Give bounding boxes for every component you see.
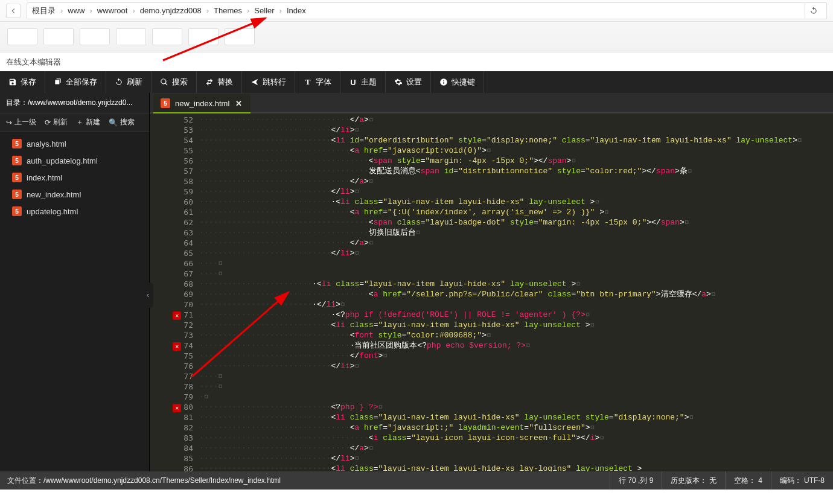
status-history[interactable]: 历史版本：无 <box>662 471 725 490</box>
info-icon <box>439 78 448 86</box>
secondary-toolbar <box>0 22 833 52</box>
editor-tabs: 5 new_index.html ✕ <box>150 93 833 113</box>
code-area[interactable]: 52535455565758596061626364656667686970✕7… <box>150 113 833 471</box>
breadcrumb-seg-blur[interactable]: demo.ynjdzzd008 <box>140 6 202 15</box>
ghost-button[interactable] <box>80 28 110 45</box>
search-button[interactable]: 搜索 <box>152 71 197 93</box>
status-encoding[interactable]: 编码：UTF-8 <box>771 471 833 490</box>
save-icon <box>8 78 17 86</box>
refresh-icon <box>115 78 123 86</box>
editor-main: 目录：/www/wwwroot/demo.ynjdzzd0... ↪上一级 ⟳刷… <box>0 93 833 471</box>
back-button[interactable] <box>6 4 21 18</box>
file-item[interactable]: 5new_index.html <box>0 186 149 203</box>
html5-icon: 5 <box>12 173 22 182</box>
html5-icon: 5 <box>12 139 22 148</box>
goto-line-button[interactable]: 跳转行 <box>242 71 295 93</box>
file-list: 5analys.html 5auth_updatelog.html 5index… <box>0 132 149 223</box>
editor-pane: 5 new_index.html ✕ 525354555657585960616… <box>150 93 833 471</box>
sidebar-tools: ↪上一级 ⟳刷新 ＋新建 🔍搜索 <box>0 113 149 132</box>
file-sidebar: 目录：/www/wwwroot/demo.ynjdzzd0... ↪上一级 ⟳刷… <box>0 93 150 471</box>
breadcrumb-refresh-button[interactable] <box>805 2 822 19</box>
breadcrumb: 根目录 › www › wwwroot › demo.ynjdzzd008 › … <box>27 2 827 19</box>
file-item[interactable]: 5auth_updatelog.html <box>0 152 149 169</box>
ghost-button[interactable] <box>225 28 255 45</box>
breadcrumb-seg[interactable]: www <box>68 6 85 15</box>
ghost-button[interactable] <box>43 28 74 45</box>
file-item[interactable]: 5analys.html <box>0 135 149 152</box>
font-button[interactable]: T字体 <box>295 71 340 93</box>
close-icon[interactable]: ✕ <box>234 99 243 108</box>
search-icon <box>160 78 168 86</box>
theme-button[interactable]: U主题 <box>340 71 386 93</box>
file-item[interactable]: 5index.html <box>0 169 149 186</box>
sidebar-refresh-button[interactable]: ⟳刷新 <box>45 117 68 127</box>
replace-button[interactable]: 替换 <box>197 71 242 93</box>
breadcrumb-seg[interactable]: wwwroot <box>97 6 128 15</box>
editor-toolbar: 保存 全部保存 刷新 搜索 替换 跳转行 T字体 U主题 设置 快捷键 <box>0 71 833 93</box>
sidebar-path-label: 目录：/www/wwwroot/demo.ynjdzzd0... <box>0 93 149 113</box>
status-bar: 文件位置：/www/wwwroot/demo.ynjdzzd008.cn/The… <box>0 471 833 490</box>
tab-label: new_index.html <box>175 99 229 108</box>
html5-icon: 5 <box>161 98 170 108</box>
file-item[interactable]: 5updatelog.html <box>0 203 149 220</box>
top-area: 根目录 › www › wwwroot › demo.ynjdzzd008 › … <box>0 0 833 52</box>
replace-icon <box>205 78 214 86</box>
breadcrumb-seg[interactable]: Themes <box>214 6 242 15</box>
sidebar-collapse-handle[interactable]: ‹ <box>142 282 153 308</box>
save-all-icon <box>54 78 62 86</box>
search-icon: 🔍 <box>109 118 118 127</box>
up-icon: ↪ <box>6 118 12 127</box>
editor-header: 在线文本编辑器 <box>0 52 833 71</box>
line-gutter: 52535455565758596061626364656667686970✕7… <box>150 113 197 471</box>
theme-icon: U <box>349 78 357 86</box>
font-icon: T <box>304 78 312 86</box>
refresh-icon: ⟳ <box>45 118 51 127</box>
status-spaces[interactable]: 空格：4 <box>725 471 771 490</box>
shortcuts-button[interactable]: 快捷键 <box>431 71 484 93</box>
status-file-path: 文件位置：/www/wwwroot/demo.ynjdzzd008.cn/The… <box>0 476 610 486</box>
status-line-col[interactable]: 行 70 ,列 9 <box>610 471 662 490</box>
editor-title: 在线文本编辑器 <box>6 57 61 68</box>
tab-active[interactable]: 5 new_index.html ✕ <box>153 94 251 113</box>
html5-icon: 5 <box>12 156 22 165</box>
settings-button[interactable]: 设置 <box>386 71 431 93</box>
ghost-button[interactable] <box>116 28 146 45</box>
ghost-button[interactable] <box>188 28 219 45</box>
breadcrumb-root[interactable]: 根目录 <box>32 5 56 16</box>
html5-icon: 5 <box>12 206 22 216</box>
breadcrumb-seg[interactable]: Index <box>287 6 306 15</box>
html5-icon: 5 <box>12 190 22 199</box>
goto-icon <box>251 78 259 86</box>
sidebar-search-button[interactable]: 🔍搜索 <box>109 117 135 127</box>
sidebar-up-button[interactable]: ↪上一级 <box>6 117 36 127</box>
breadcrumb-seg[interactable]: Seller <box>254 6 274 15</box>
save-all-button[interactable]: 全部保存 <box>45 71 106 93</box>
sidebar-new-button[interactable]: ＋新建 <box>76 117 100 127</box>
code-content[interactable]: ································</a>¤···… <box>197 113 833 471</box>
gear-icon <box>394 78 403 86</box>
ghost-button[interactable] <box>7 28 37 45</box>
breadcrumb-bar: 根目录 › www › wwwroot › demo.ynjdzzd008 › … <box>0 0 833 22</box>
refresh-button[interactable]: 刷新 <box>106 71 152 93</box>
plus-icon: ＋ <box>76 117 83 127</box>
ghost-button[interactable] <box>152 28 182 45</box>
save-button[interactable]: 保存 <box>0 71 45 93</box>
